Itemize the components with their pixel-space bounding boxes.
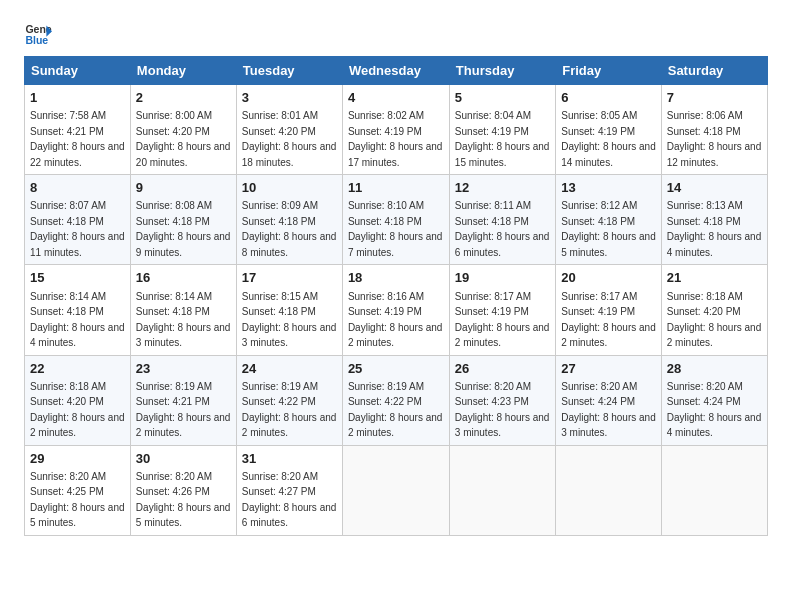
day-info: Sunrise: 8:20 AM Sunset: 4:24 PM Dayligh…	[667, 381, 762, 439]
day-info: Sunrise: 8:19 AM Sunset: 4:21 PM Dayligh…	[136, 381, 231, 439]
calendar-cell: 9 Sunrise: 8:08 AM Sunset: 4:18 PM Dayli…	[130, 175, 236, 265]
day-info: Sunrise: 8:10 AM Sunset: 4:18 PM Dayligh…	[348, 200, 443, 258]
day-number: 5	[455, 89, 550, 107]
svg-text:Blue: Blue	[25, 34, 48, 46]
day-info: Sunrise: 8:06 AM Sunset: 4:18 PM Dayligh…	[667, 110, 762, 168]
calendar-cell: 4 Sunrise: 8:02 AM Sunset: 4:19 PM Dayli…	[342, 85, 449, 175]
calendar-cell: 5 Sunrise: 8:04 AM Sunset: 4:19 PM Dayli…	[449, 85, 555, 175]
day-number: 14	[667, 179, 762, 197]
calendar-cell: 20 Sunrise: 8:17 AM Sunset: 4:19 PM Dayl…	[556, 265, 662, 355]
day-number: 10	[242, 179, 337, 197]
day-number: 12	[455, 179, 550, 197]
day-number: 9	[136, 179, 231, 197]
calendar-cell: 2 Sunrise: 8:00 AM Sunset: 4:20 PM Dayli…	[130, 85, 236, 175]
day-info: Sunrise: 8:19 AM Sunset: 4:22 PM Dayligh…	[348, 381, 443, 439]
day-number: 20	[561, 269, 656, 287]
day-header-thursday: Thursday	[449, 57, 555, 85]
day-number: 30	[136, 450, 231, 468]
calendar-cell: 1 Sunrise: 7:58 AM Sunset: 4:21 PM Dayli…	[25, 85, 131, 175]
day-number: 17	[242, 269, 337, 287]
day-info: Sunrise: 8:14 AM Sunset: 4:18 PM Dayligh…	[136, 291, 231, 349]
day-info: Sunrise: 8:20 AM Sunset: 4:25 PM Dayligh…	[30, 471, 125, 529]
calendar-week-1: 1 Sunrise: 7:58 AM Sunset: 4:21 PM Dayli…	[25, 85, 768, 175]
day-number: 22	[30, 360, 125, 378]
day-info: Sunrise: 8:04 AM Sunset: 4:19 PM Dayligh…	[455, 110, 550, 168]
calendar-cell	[661, 445, 767, 535]
logo-icon: General Blue	[24, 20, 52, 48]
calendar-cell: 23 Sunrise: 8:19 AM Sunset: 4:21 PM Dayl…	[130, 355, 236, 445]
day-number: 8	[30, 179, 125, 197]
day-header-tuesday: Tuesday	[236, 57, 342, 85]
day-info: Sunrise: 8:18 AM Sunset: 4:20 PM Dayligh…	[30, 381, 125, 439]
calendar-cell	[556, 445, 662, 535]
day-number: 27	[561, 360, 656, 378]
day-number: 19	[455, 269, 550, 287]
calendar-cell	[449, 445, 555, 535]
day-number: 16	[136, 269, 231, 287]
calendar-week-3: 15 Sunrise: 8:14 AM Sunset: 4:18 PM Dayl…	[25, 265, 768, 355]
calendar-week-5: 29 Sunrise: 8:20 AM Sunset: 4:25 PM Dayl…	[25, 445, 768, 535]
calendar-week-2: 8 Sunrise: 8:07 AM Sunset: 4:18 PM Dayli…	[25, 175, 768, 265]
calendar-cell: 26 Sunrise: 8:20 AM Sunset: 4:23 PM Dayl…	[449, 355, 555, 445]
day-number: 18	[348, 269, 444, 287]
day-number: 7	[667, 89, 762, 107]
day-number: 15	[30, 269, 125, 287]
calendar-cell: 28 Sunrise: 8:20 AM Sunset: 4:24 PM Dayl…	[661, 355, 767, 445]
day-info: Sunrise: 7:58 AM Sunset: 4:21 PM Dayligh…	[30, 110, 125, 168]
day-info: Sunrise: 8:20 AM Sunset: 4:23 PM Dayligh…	[455, 381, 550, 439]
page-header: General Blue	[24, 20, 768, 48]
calendar-cell: 15 Sunrise: 8:14 AM Sunset: 4:18 PM Dayl…	[25, 265, 131, 355]
calendar-cell: 18 Sunrise: 8:16 AM Sunset: 4:19 PM Dayl…	[342, 265, 449, 355]
calendar-cell: 6 Sunrise: 8:05 AM Sunset: 4:19 PM Dayli…	[556, 85, 662, 175]
day-number: 29	[30, 450, 125, 468]
calendar-cell: 3 Sunrise: 8:01 AM Sunset: 4:20 PM Dayli…	[236, 85, 342, 175]
day-info: Sunrise: 8:05 AM Sunset: 4:19 PM Dayligh…	[561, 110, 656, 168]
day-header-sunday: Sunday	[25, 57, 131, 85]
calendar-cell: 24 Sunrise: 8:19 AM Sunset: 4:22 PM Dayl…	[236, 355, 342, 445]
day-info: Sunrise: 8:18 AM Sunset: 4:20 PM Dayligh…	[667, 291, 762, 349]
day-info: Sunrise: 8:17 AM Sunset: 4:19 PM Dayligh…	[561, 291, 656, 349]
day-number: 21	[667, 269, 762, 287]
day-number: 6	[561, 89, 656, 107]
calendar-cell: 22 Sunrise: 8:18 AM Sunset: 4:20 PM Dayl…	[25, 355, 131, 445]
calendar-cell	[342, 445, 449, 535]
calendar-cell: 11 Sunrise: 8:10 AM Sunset: 4:18 PM Dayl…	[342, 175, 449, 265]
day-info: Sunrise: 8:11 AM Sunset: 4:18 PM Dayligh…	[455, 200, 550, 258]
day-number: 2	[136, 89, 231, 107]
calendar-cell: 31 Sunrise: 8:20 AM Sunset: 4:27 PM Dayl…	[236, 445, 342, 535]
day-info: Sunrise: 8:17 AM Sunset: 4:19 PM Dayligh…	[455, 291, 550, 349]
day-number: 4	[348, 89, 444, 107]
calendar-cell: 30 Sunrise: 8:20 AM Sunset: 4:26 PM Dayl…	[130, 445, 236, 535]
calendar-cell: 17 Sunrise: 8:15 AM Sunset: 4:18 PM Dayl…	[236, 265, 342, 355]
calendar-table: SundayMondayTuesdayWednesdayThursdayFrid…	[24, 56, 768, 536]
day-number: 24	[242, 360, 337, 378]
day-info: Sunrise: 8:09 AM Sunset: 4:18 PM Dayligh…	[242, 200, 337, 258]
day-info: Sunrise: 8:20 AM Sunset: 4:27 PM Dayligh…	[242, 471, 337, 529]
calendar-cell: 7 Sunrise: 8:06 AM Sunset: 4:18 PM Dayli…	[661, 85, 767, 175]
calendar-cell: 13 Sunrise: 8:12 AM Sunset: 4:18 PM Dayl…	[556, 175, 662, 265]
day-info: Sunrise: 8:20 AM Sunset: 4:26 PM Dayligh…	[136, 471, 231, 529]
day-header-monday: Monday	[130, 57, 236, 85]
day-number: 3	[242, 89, 337, 107]
calendar-cell: 25 Sunrise: 8:19 AM Sunset: 4:22 PM Dayl…	[342, 355, 449, 445]
day-info: Sunrise: 8:20 AM Sunset: 4:24 PM Dayligh…	[561, 381, 656, 439]
day-info: Sunrise: 8:00 AM Sunset: 4:20 PM Dayligh…	[136, 110, 231, 168]
calendar-cell: 14 Sunrise: 8:13 AM Sunset: 4:18 PM Dayl…	[661, 175, 767, 265]
day-number: 26	[455, 360, 550, 378]
calendar-cell: 21 Sunrise: 8:18 AM Sunset: 4:20 PM Dayl…	[661, 265, 767, 355]
day-number: 23	[136, 360, 231, 378]
day-number: 25	[348, 360, 444, 378]
day-number: 11	[348, 179, 444, 197]
day-info: Sunrise: 8:07 AM Sunset: 4:18 PM Dayligh…	[30, 200, 125, 258]
day-info: Sunrise: 8:08 AM Sunset: 4:18 PM Dayligh…	[136, 200, 231, 258]
day-info: Sunrise: 8:15 AM Sunset: 4:18 PM Dayligh…	[242, 291, 337, 349]
day-info: Sunrise: 8:01 AM Sunset: 4:20 PM Dayligh…	[242, 110, 337, 168]
calendar-cell: 8 Sunrise: 8:07 AM Sunset: 4:18 PM Dayli…	[25, 175, 131, 265]
day-info: Sunrise: 8:02 AM Sunset: 4:19 PM Dayligh…	[348, 110, 443, 168]
day-header-friday: Friday	[556, 57, 662, 85]
day-header-saturday: Saturday	[661, 57, 767, 85]
day-info: Sunrise: 8:16 AM Sunset: 4:19 PM Dayligh…	[348, 291, 443, 349]
calendar-header-row: SundayMondayTuesdayWednesdayThursdayFrid…	[25, 57, 768, 85]
day-info: Sunrise: 8:14 AM Sunset: 4:18 PM Dayligh…	[30, 291, 125, 349]
day-header-wednesday: Wednesday	[342, 57, 449, 85]
